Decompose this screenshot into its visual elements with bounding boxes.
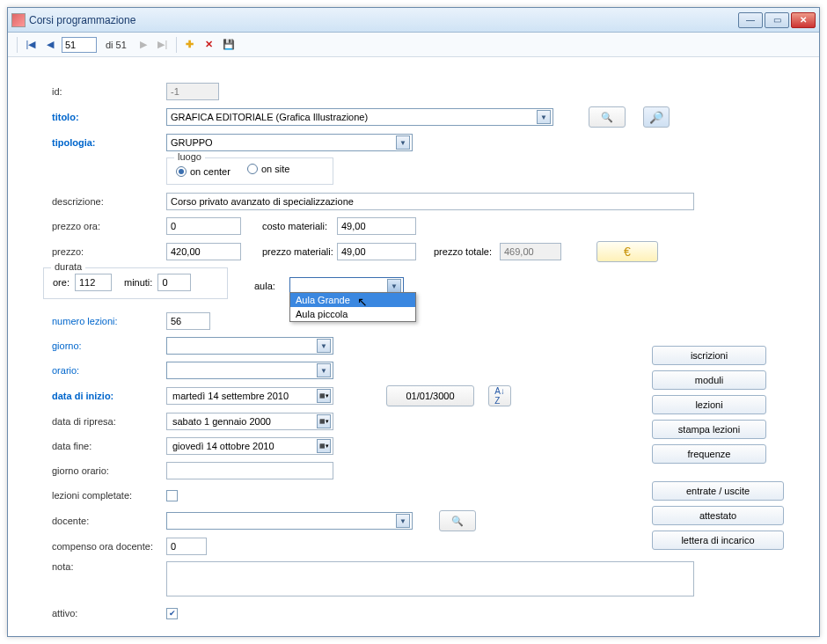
nota-label: nota: <box>52 561 166 572</box>
frequenze-button[interactable]: frequenze <box>652 444 766 464</box>
chevron-down-icon: ▼ <box>387 279 401 293</box>
docente-combo[interactable]: ▼ <box>166 512 413 530</box>
descrizione-field[interactable] <box>166 193 694 210</box>
prezzo-label: prezzo: <box>52 246 166 257</box>
nota-field[interactable] <box>166 561 694 596</box>
descrizione-label: descrizione: <box>52 196 166 207</box>
search-docente-button[interactable]: 🔍 <box>439 510 476 531</box>
radio-on-icon <box>176 166 187 177</box>
attivo-checkbox[interactable]: ✔ <box>166 608 178 619</box>
data-inizio-picker[interactable]: martedì 14 settembre 2010▦▾ <box>166 387 333 405</box>
data-fine-picker[interactable]: giovedì 14 ottobre 2010▦▾ <box>166 437 333 455</box>
prezzo-ora-label: prezzo ora: <box>52 221 166 231</box>
form-content: id: titolo: GRAFICA EDITORIALE (Grafica … <box>8 57 819 636</box>
giorno-combo[interactable]: ▼ <box>166 337 333 355</box>
lezioni-completate-label: lezioni completate: <box>52 490 166 501</box>
chevron-down-icon: ▼ <box>317 339 331 353</box>
record-total-label: di 51 <box>106 40 127 50</box>
aula-option-piccola[interactable]: Aula piccola <box>290 307 415 321</box>
numero-lezioni-field[interactable] <box>166 312 210 330</box>
record-position-input[interactable] <box>62 37 97 53</box>
chevron-down-icon: ▼ <box>396 135 410 150</box>
prev-record-button[interactable]: ◀ <box>42 37 58 53</box>
delete-record-button[interactable]: ✕ <box>201 37 217 53</box>
binoculars-icon: 🔎 <box>649 111 663 124</box>
attivo-label: attivo: <box>52 608 166 618</box>
aula-dropdown: Aula Grande Aula piccola ↖ <box>289 292 416 322</box>
lettera-incarico-button[interactable]: lettera di incarico <box>652 531 784 550</box>
radio-off-icon <box>247 164 258 174</box>
attestato-button[interactable]: attestato <box>652 506 784 525</box>
giorno-label: giorno: <box>52 340 166 351</box>
id-label: id: <box>52 86 166 97</box>
ore-label: ore: <box>53 277 70 288</box>
maximize-button[interactable]: ▭ <box>765 12 789 28</box>
euro-button[interactable]: € <box>596 241 658 262</box>
prezzo-ora-field[interactable] <box>166 217 241 235</box>
on-site-radio[interactable]: on site <box>247 164 289 174</box>
minuti-field[interactable] <box>157 274 191 291</box>
aula-option-grande[interactable]: Aula Grande <box>290 293 415 307</box>
chevron-down-icon: ▼ <box>396 514 410 528</box>
giorno-orario-label: giorno orario: <box>52 465 166 476</box>
minimize-button[interactable]: — <box>738 12 763 28</box>
iscrizioni-button[interactable]: iscrizioni <box>652 346 766 365</box>
sort-button[interactable]: A↓Z <box>488 385 511 406</box>
magnifier-icon: 🔍 <box>601 112 613 123</box>
euro-icon: € <box>624 245 631 259</box>
prezzo-totale-label: prezzo totale: <box>434 246 500 257</box>
data-fine-label: data fine: <box>52 441 166 451</box>
calendar-icon: ▦▾ <box>317 389 331 403</box>
actions-panel: iscrizioni moduli lezioni stampa lezioni… <box>652 346 784 555</box>
prezzo-materiali-field[interactable] <box>337 243 416 260</box>
minuti-label: minuti: <box>124 277 152 288</box>
app-icon <box>11 13 26 27</box>
first-record-button[interactable]: |◀ <box>23 37 39 53</box>
window-title: Corsi programmazione <box>29 14 135 26</box>
ore-field[interactable] <box>75 274 112 291</box>
sort-az-icon: A↓Z <box>494 386 505 406</box>
tipologia-combo[interactable]: GRUPPO ▼ <box>166 134 413 151</box>
titolo-value: GRAFICA EDITORIALE (Grafica Illustrazion… <box>171 112 368 122</box>
save-record-button[interactable]: 💾 <box>221 37 237 53</box>
titlebar: Corsi programmazione — ▭ ✕ <box>8 8 819 33</box>
lezioni-button[interactable]: lezioni <box>652 395 766 414</box>
id-field <box>166 83 219 100</box>
giorno-orario-field[interactable] <box>166 462 333 479</box>
find-all-button[interactable]: 🔎 <box>643 106 670 128</box>
costo-materiali-label: costo materiali: <box>262 221 337 231</box>
luogo-group: luogo on center on site <box>166 157 333 185</box>
magnifier-icon: 🔍 <box>451 516 464 527</box>
titolo-label: titolo: <box>52 112 166 122</box>
chevron-down-icon: ▼ <box>317 363 331 377</box>
calendar-icon: ▦▾ <box>317 414 331 428</box>
prezzo-field[interactable] <box>166 243 241 260</box>
durata-group: durata ore: minuti: <box>43 267 228 299</box>
orario-combo[interactable]: ▼ <box>166 362 333 379</box>
costo-materiali-field[interactable] <box>337 217 416 235</box>
stampa-lezioni-button[interactable]: stampa lezioni <box>652 420 766 439</box>
chevron-down-icon: ▼ <box>537 110 551 124</box>
compenso-field[interactable] <box>166 538 207 555</box>
compenso-label: compenso ora docente: <box>52 541 166 552</box>
next-record-button[interactable]: ▶ <box>135 37 151 53</box>
app-window: Corsi programmazione — ▭ ✕ |◀ ◀ di 51 ▶ … <box>7 7 820 637</box>
numero-lezioni-label: numero lezioni: <box>52 316 166 326</box>
add-record-button[interactable]: ✚ <box>182 37 198 53</box>
moduli-button[interactable]: moduli <box>652 370 766 390</box>
search-titolo-button[interactable]: 🔍 <box>589 106 626 128</box>
durata-legend: durata <box>51 261 85 272</box>
last-record-button[interactable]: ▶| <box>155 37 171 53</box>
titolo-combo[interactable]: GRAFICA EDITORIALE (Grafica Illustrazion… <box>166 108 553 126</box>
date-reset-button[interactable]: 01/01/3000 <box>386 385 474 406</box>
aula-label: aula: <box>254 281 289 291</box>
calendar-icon: ▦▾ <box>317 439 331 453</box>
prezzo-materiali-label: prezzo materiali: <box>262 246 337 257</box>
tipologia-value: GRUPPO <box>171 137 213 148</box>
on-center-radio[interactable]: on center <box>176 166 231 177</box>
data-ripresa-picker[interactable]: sabato 1 gennaio 2000▦▾ <box>166 413 333 430</box>
tipologia-label: tipologia: <box>52 137 166 148</box>
entrate-uscite-button[interactable]: entrate / uscite <box>652 481 784 501</box>
lezioni-completate-checkbox[interactable] <box>166 490 178 501</box>
close-button[interactable]: ✕ <box>791 12 816 28</box>
